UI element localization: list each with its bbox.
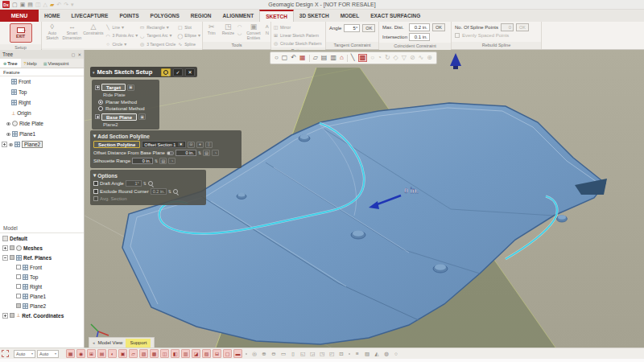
- model-view-tab[interactable]: Model View: [98, 340, 123, 345]
- tree-item-right[interactable]: Right: [0, 97, 84, 108]
- expander-icon[interactable]: [95, 114, 100, 119]
- status-tool-icon[interactable]: ◐: [108, 349, 117, 358]
- direction-toggle-icon[interactable]: [167, 151, 174, 155]
- mesh-display-icon[interactable]: ▦: [299, 55, 306, 61]
- model-item-front[interactable]: Front: [0, 262, 84, 272]
- view-rotate-icon[interactable]: ↶: [291, 55, 296, 61]
- ellipse-tool[interactable]: ◯Ellipse▾: [177, 32, 200, 39]
- view-tool-icon[interactable]: ○: [370, 55, 374, 61]
- tab-region[interactable]: REGION: [185, 10, 217, 22]
- visibility-checkbox[interactable]: [16, 265, 21, 269]
- trim-button[interactable]: ✂ Trim: [204, 23, 219, 36]
- view-tool-icon[interactable]: ⊕: [427, 55, 432, 61]
- status-tool-icon[interactable]: ▨: [139, 349, 148, 358]
- tree-item-top[interactable]: Top: [0, 87, 84, 97]
- fillet-icon[interactable]: ◠: [237, 24, 242, 29]
- dialog-accept-button[interactable]: ✓: [173, 68, 183, 76]
- model-item-top[interactable]: Top: [0, 272, 84, 282]
- tab-sketch[interactable]: SKETCH: [259, 10, 294, 22]
- dialog-collapse-icon[interactable]: ▾: [93, 70, 95, 75]
- tab-scroll-left-icon[interactable]: ◂: [93, 340, 95, 345]
- tab-exact-surfacing[interactable]: EXACT SURFACING: [365, 10, 426, 22]
- zoom-view-icon[interactable]: ▭: [279, 349, 287, 358]
- status-misc-icon[interactable]: ▨: [363, 349, 371, 358]
- section-display-icon[interactable]: ▤: [321, 55, 328, 61]
- tab-help[interactable]: ?Help: [21, 59, 40, 68]
- draft-angle-checkbox[interactable]: [93, 181, 98, 186]
- zoom-view-icon[interactable]: ◎: [250, 349, 258, 358]
- angle-ok-button[interactable]: OK: [362, 24, 375, 32]
- selection-mode-icon[interactable]: [2, 350, 9, 357]
- status-tool-icon[interactable]: ▬: [233, 349, 242, 358]
- exclude-round-corner-checkbox[interactable]: [93, 189, 98, 194]
- circle-tool[interactable]: ○Circle▾: [105, 40, 138, 47]
- max-dist-field[interactable]: 0.2 in.: [409, 23, 430, 31]
- three-tangent-circle-tool[interactable]: ◎3 Tangent Circle: [139, 40, 175, 47]
- slot-tool[interactable]: ▢Slot: [177, 23, 200, 31]
- redo-icon[interactable]: ↷: [64, 2, 68, 7]
- expander-icon[interactable]: [2, 255, 8, 261]
- view-tool-icon[interactable]: ∿: [419, 55, 424, 61]
- add-section-icon[interactable]: +: [196, 142, 204, 148]
- status-misc-icon[interactable]: ≡: [353, 349, 361, 358]
- preview-button[interactable]: [161, 68, 171, 76]
- view-tool-icon[interactable]: ◔: [378, 55, 382, 61]
- status-tool-icon[interactable]: ▱: [129, 349, 138, 358]
- rebuild-ok-button[interactable]: OK: [516, 23, 529, 31]
- menu-button[interactable]: MENU: [0, 10, 39, 22]
- status-tool-icon[interactable]: ◫: [160, 349, 169, 358]
- sketch-plane-icon[interactable]: ▩: [358, 54, 368, 62]
- history-icon[interactable]: ◔: [168, 158, 175, 164]
- visibility-checkbox[interactable]: [10, 245, 14, 250]
- intersection-field[interactable]: 0.1 in.: [409, 33, 430, 41]
- zoom-view-icon[interactable]: ◲: [308, 349, 316, 358]
- model-item-default[interactable]: Default: [0, 233, 84, 243]
- tab-home[interactable]: HOME: [39, 10, 66, 22]
- tab-tree[interactable]: ⊕Tree: [0, 59, 21, 68]
- spline-points-field[interactable]: 0: [501, 23, 514, 31]
- open-folder-icon[interactable]: ▰: [50, 2, 54, 7]
- mirror-tool[interactable]: ◫Mirror: [273, 23, 291, 31]
- view-tool-icon[interactable]: ⊘: [410, 55, 415, 61]
- status-tool-icon[interactable]: ▧: [202, 349, 211, 358]
- tab-livecapture[interactable]: LIVECAPTURE: [66, 10, 114, 22]
- silhouette-range-field[interactable]: 0 in.: [132, 158, 153, 164]
- status-tool-icon[interactable]: ◉: [76, 349, 85, 358]
- status-tool-icon[interactable]: ◪: [192, 349, 200, 358]
- status-tool-icon[interactable]: ▩: [150, 349, 159, 358]
- tree-item-front[interactable]: Front: [0, 76, 84, 87]
- model-item-meshes[interactable]: Meshes: [0, 243, 84, 253]
- dialog-cancel-button[interactable]: ✕: [185, 68, 195, 76]
- expander-icon[interactable]: [2, 245, 8, 251]
- mesh-sketch-setup-dialog-header[interactable]: ▾ Mesh Sketch Setup ✓ ✕: [90, 67, 197, 77]
- support-tab[interactable]: Support: [126, 339, 151, 348]
- zoom-view-icon[interactable]: ⊖: [270, 349, 278, 358]
- select-icon[interactable]: ▣: [138, 113, 146, 120]
- status-tool-icon[interactable]: ⊟: [213, 349, 221, 358]
- 3d-viewport[interactable]: 0 in. ○ ▢ ↶ ▦ ▱ ▤ ▥ ⌂ ╲ ▩ ○ ◔ ↻ ◇ ▽ ⊘ ∿ …: [85, 50, 644, 348]
- exit-sketch-button[interactable]: → EXIT: [10, 23, 32, 43]
- home-view-icon[interactable]: ⌂: [340, 55, 344, 61]
- save-icon[interactable]: ▣: [20, 2, 26, 7]
- visibility-checkbox[interactable]: [16, 294, 21, 298]
- view-tool-icon[interactable]: ▽: [402, 55, 407, 61]
- tab-points[interactable]: POINTS: [114, 10, 144, 22]
- tab-model[interactable]: MODEL: [335, 10, 365, 22]
- evenly-spaced-checkbox[interactable]: [455, 33, 460, 38]
- tree-item-ride-plate[interactable]: Ride Plate: [0, 118, 84, 129]
- coincident-ok-button[interactable]: OK: [432, 23, 445, 31]
- status-tool-icon[interactable]: ▦: [66, 349, 75, 358]
- tree-item-plane2[interactable]: Plane2: [0, 139, 84, 150]
- avg-section-checkbox[interactable]: [93, 196, 98, 201]
- draft-angle-field[interactable]: 1°: [126, 180, 142, 187]
- auto-sketch-button[interactable]: ◊ Auto Sketch: [43, 23, 61, 40]
- status-tool-icon[interactable]: ▣: [118, 349, 127, 358]
- status-tool-icon[interactable]: ⊞: [87, 349, 96, 358]
- tree-item-origin[interactable]: ⊥Origin: [0, 108, 84, 118]
- visibility-checkbox[interactable]: [10, 313, 14, 318]
- tangent-arc-tool[interactable]: ◡Tangent Arc▾: [139, 32, 175, 39]
- exclude-round-corner-field[interactable]: 0.2 in.: [151, 188, 167, 195]
- spline-tool[interactable]: ∿Spline: [177, 40, 200, 47]
- status-misc-icon[interactable]: ○: [392, 349, 400, 358]
- convert-entities-button[interactable]: ▣ Convert Entities: [243, 23, 263, 40]
